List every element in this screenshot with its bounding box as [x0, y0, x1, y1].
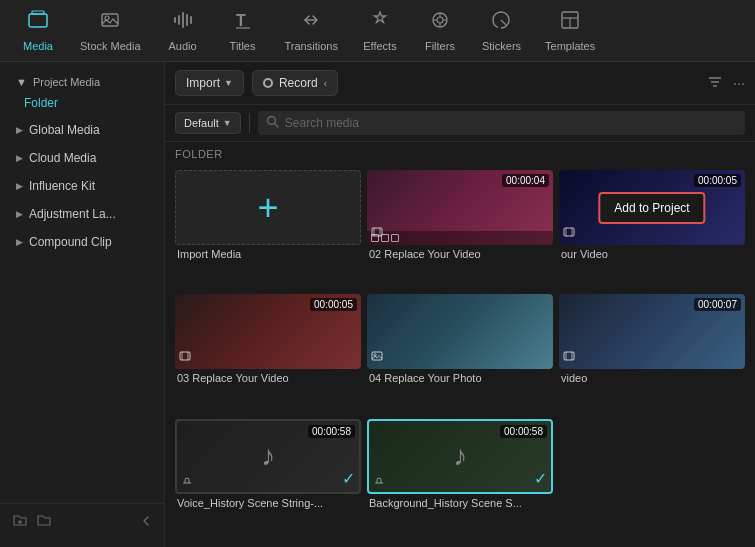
stock-media-icon [99, 9, 121, 36]
video-02b-label: our Video [559, 248, 745, 260]
toolbar-item-effects[interactable]: Effects [350, 3, 410, 58]
import-media-thumb[interactable]: + [175, 170, 361, 245]
effects-icon [369, 9, 391, 36]
default-label: Default [184, 117, 219, 129]
sidebar-item-influence-kit[interactable]: ▶ Influence Kit [0, 172, 164, 200]
stickers-icon [490, 9, 512, 36]
sidebar-project-media[interactable]: ▼ Project Media [0, 70, 164, 92]
import-plus-icon: + [257, 190, 278, 226]
list-item[interactable]: ♪ 00:00:58 ✓ Voice_History Scene String-… [175, 419, 361, 537]
svg-rect-21 [564, 228, 574, 236]
project-media-arrow: ▼ [16, 76, 27, 88]
record-button[interactable]: Record ‹ [252, 70, 338, 96]
search-input[interactable] [285, 116, 737, 130]
add-to-project-popup[interactable]: Add to Project [598, 192, 705, 224]
toolbar-item-templates[interactable]: Templates [533, 3, 607, 58]
toolbar-titles-label: Titles [230, 40, 256, 52]
content-area: Import ▼ Record ‹ ··· [165, 62, 755, 547]
filter-icon[interactable] [707, 74, 723, 93]
more-options-icon[interactable]: ··· [733, 75, 745, 91]
toolbar-item-transitions[interactable]: Transitions [273, 3, 350, 58]
toolbar-filters-label: Filters [425, 40, 455, 52]
video-05-thumb[interactable]: 00:00:07 [559, 294, 745, 369]
toolbar-item-filters[interactable]: Filters [410, 3, 470, 58]
sidebar-adjustment-label: Adjustment La... [29, 207, 116, 221]
sidebar-item-global-media[interactable]: ▶ Global Media [0, 116, 164, 144]
audio-bg-label: Background_History Scene S... [367, 497, 553, 509]
sidebar-influence-kit-label: Influence Kit [29, 179, 95, 193]
video-02b-duration: 00:00:05 [694, 174, 741, 187]
list-item[interactable]: 00:00:05 Add to Project our Video [559, 170, 745, 288]
list-item[interactable]: 00:00:04 02 Replace Your Video [367, 170, 553, 288]
toolbar-item-stock-media[interactable]: Stock Media [68, 3, 153, 58]
record-arrow: ‹ [324, 78, 327, 89]
project-media-label: Project Media [33, 76, 100, 88]
list-item[interactable]: 00:00:05 03 Replace Your Video [175, 294, 361, 412]
svg-rect-24 [180, 352, 190, 360]
folder-section-label: FOLDER [165, 142, 755, 166]
record-dot-icon [263, 78, 273, 88]
search-input-wrapper [258, 111, 745, 135]
toolbar-audio-label: Audio [168, 40, 196, 52]
video-05-label: video [559, 372, 745, 384]
content-topbar: Import ▼ Record ‹ ··· [165, 62, 755, 105]
audio-voice-duration: 00:00:58 [308, 425, 355, 438]
filmstrip-icon-3 [179, 350, 191, 365]
video-02-thumb[interactable]: 00:00:04 [367, 170, 553, 245]
sidebar-folder-item[interactable]: Folder [0, 92, 164, 116]
list-item[interactable]: ♪ 00:00:58 ✓ Background_History Scene S.… [367, 419, 553, 537]
audio-bg-thumb[interactable]: ♪ 00:00:58 ✓ [367, 419, 553, 494]
folder-icon[interactable] [36, 512, 52, 531]
audio-icon [172, 9, 194, 36]
list-item[interactable]: 04 Replace Your Photo [367, 294, 553, 412]
video-03-duration: 00:00:05 [310, 298, 357, 311]
import-media-label: Import Media [175, 248, 361, 260]
svg-rect-1 [32, 11, 44, 14]
toolbar-item-stickers[interactable]: Stickers [470, 3, 533, 58]
media-icon [27, 9, 49, 36]
sidebar-item-cloud-media[interactable]: ▶ Cloud Media [0, 144, 164, 172]
video-03-thumb[interactable]: 00:00:05 [175, 294, 361, 369]
search-bar: Default ▼ [165, 105, 755, 142]
photo-04-thumb[interactable] [367, 294, 553, 369]
transitions-icon [300, 9, 322, 36]
templates-icon [559, 9, 581, 36]
sidebar-item-compound-clip[interactable]: ▶ Compound Clip [0, 228, 164, 256]
filmstrip-icon [371, 226, 383, 241]
audio-type-icon-2 [373, 473, 385, 488]
sidebar-footer [0, 503, 164, 539]
filmstrip-icon-5 [563, 350, 575, 365]
default-view-button[interactable]: Default ▼ [175, 112, 241, 134]
image-icon [371, 350, 383, 365]
search-divider [249, 113, 250, 133]
list-item[interactable]: + Import Media [175, 170, 361, 288]
toolbar-templates-label: Templates [545, 40, 595, 52]
photo-04-label: 04 Replace Your Photo [367, 372, 553, 384]
cloud-media-arrow: ▶ [16, 153, 23, 163]
toolbar-item-media[interactable]: Media [8, 3, 68, 58]
import-dropdown-arrow: ▼ [224, 78, 233, 88]
sidebar-cloud-media-label: Cloud Media [29, 151, 96, 165]
toolbar: Media Stock Media Audio T Titles [0, 0, 755, 62]
media-grid: + Import Media 00:00:04 [165, 166, 755, 547]
audio-voice-label: Voice_History Scene String-... [175, 497, 361, 509]
toolbar-item-audio[interactable]: Audio [153, 3, 213, 58]
toolbar-transitions-label: Transitions [285, 40, 338, 52]
influence-kit-arrow: ▶ [16, 181, 23, 191]
svg-rect-27 [372, 352, 382, 360]
import-button[interactable]: Import ▼ [175, 70, 244, 96]
toolbar-item-titles[interactable]: T Titles [213, 3, 273, 58]
titles-icon: T [232, 9, 254, 36]
global-media-arrow: ▶ [16, 125, 23, 135]
video-02b-thumb[interactable]: 00:00:05 Add to Project [559, 170, 745, 245]
photo-04-preview [367, 294, 553, 369]
add-folder-icon[interactable] [12, 512, 28, 531]
video-02-label: 02 Replace Your Video [367, 248, 553, 260]
sidebar-item-adjustment-la[interactable]: ▶ Adjustment La... [0, 200, 164, 228]
list-item[interactable]: 00:00:07 video [559, 294, 745, 412]
collapse-arrow-icon[interactable] [140, 514, 152, 530]
audio-voice-thumb[interactable]: ♪ 00:00:58 ✓ [175, 419, 361, 494]
svg-point-7 [437, 17, 443, 23]
svg-line-17 [274, 124, 278, 128]
video-02-duration: 00:00:04 [502, 174, 549, 187]
